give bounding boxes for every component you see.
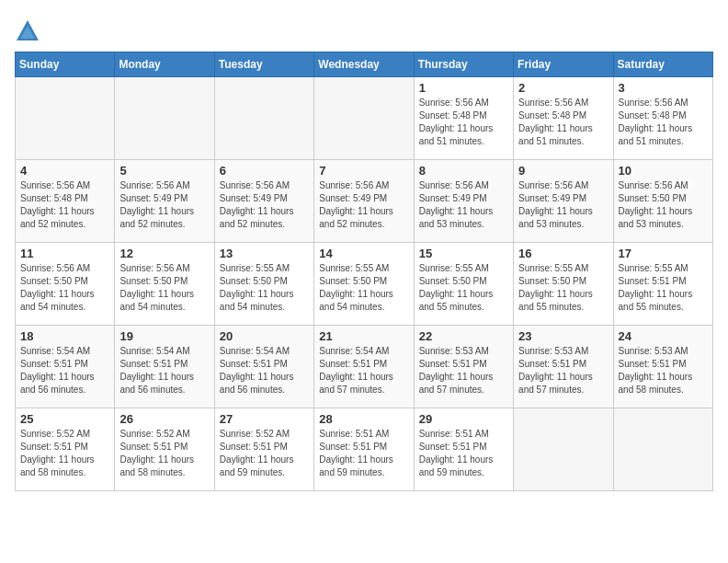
- day-info: Sunrise: 5:54 AM Sunset: 5:51 PM Dayligh…: [220, 345, 309, 396]
- logo: [15, 18, 44, 44]
- header-friday: Friday: [514, 52, 613, 77]
- calendar-cell: 24Sunrise: 5:53 AM Sunset: 5:51 PM Dayli…: [613, 326, 712, 408]
- calendar-cell: 11Sunrise: 5:56 AM Sunset: 5:50 PM Dayli…: [16, 243, 115, 326]
- day-info: Sunrise: 5:56 AM Sunset: 5:50 PM Dayligh…: [619, 179, 708, 231]
- day-info: Sunrise: 5:55 AM Sunset: 5:50 PM Dayligh…: [319, 262, 408, 314]
- calendar-cell: [314, 77, 414, 160]
- day-number: 1: [419, 81, 508, 95]
- day-number: 4: [20, 164, 109, 178]
- day-number: 15: [419, 247, 508, 260]
- logo-icon: [15, 18, 40, 44]
- day-info: Sunrise: 5:56 AM Sunset: 5:48 PM Dayligh…: [419, 97, 508, 148]
- page-header: [15, 15, 713, 44]
- calendar-table: SundayMondayTuesdayWednesdayThursdayFrid…: [15, 52, 713, 491]
- calendar-cell: 26Sunrise: 5:52 AM Sunset: 5:51 PM Dayli…: [115, 408, 214, 491]
- day-number: 7: [319, 164, 408, 178]
- day-number: 12: [119, 247, 209, 260]
- day-number: 28: [319, 412, 408, 426]
- day-info: Sunrise: 5:56 AM Sunset: 5:48 PM Dayligh…: [20, 179, 109, 231]
- calendar-week-row: 1Sunrise: 5:56 AM Sunset: 5:48 PM Daylig…: [16, 77, 713, 160]
- calendar-cell: 18Sunrise: 5:54 AM Sunset: 5:51 PM Dayli…: [16, 326, 115, 408]
- day-info: Sunrise: 5:56 AM Sunset: 5:49 PM Dayligh…: [419, 179, 508, 231]
- day-info: Sunrise: 5:54 AM Sunset: 5:51 PM Dayligh…: [119, 345, 209, 396]
- day-info: Sunrise: 5:53 AM Sunset: 5:51 PM Dayligh…: [419, 345, 508, 396]
- calendar-cell: [16, 77, 115, 160]
- day-info: Sunrise: 5:56 AM Sunset: 5:48 PM Dayligh…: [619, 97, 708, 148]
- day-number: 13: [220, 247, 309, 260]
- day-info: Sunrise: 5:54 AM Sunset: 5:51 PM Dayligh…: [319, 345, 408, 396]
- header-saturday: Saturday: [613, 52, 712, 77]
- day-number: 11: [20, 247, 109, 260]
- day-number: 23: [518, 329, 608, 343]
- day-number: 10: [619, 164, 708, 178]
- calendar-cell: 1Sunrise: 5:56 AM Sunset: 5:48 PM Daylig…: [414, 77, 513, 160]
- calendar-cell: 9Sunrise: 5:56 AM Sunset: 5:49 PM Daylig…: [514, 160, 613, 243]
- day-info: Sunrise: 5:56 AM Sunset: 5:49 PM Dayligh…: [518, 179, 608, 231]
- header-sunday: Sunday: [16, 52, 115, 77]
- day-number: 9: [518, 164, 608, 178]
- calendar-week-row: 18Sunrise: 5:54 AM Sunset: 5:51 PM Dayli…: [16, 326, 713, 408]
- calendar-header-row: SundayMondayTuesdayWednesdayThursdayFrid…: [16, 52, 713, 77]
- day-info: Sunrise: 5:56 AM Sunset: 5:50 PM Dayligh…: [20, 262, 109, 314]
- calendar-cell: 2Sunrise: 5:56 AM Sunset: 5:48 PM Daylig…: [514, 77, 613, 160]
- day-number: 17: [619, 247, 708, 260]
- day-number: 6: [220, 164, 309, 178]
- day-number: 14: [319, 247, 408, 260]
- calendar-cell: 16Sunrise: 5:55 AM Sunset: 5:50 PM Dayli…: [514, 243, 613, 326]
- calendar-cell: 8Sunrise: 5:56 AM Sunset: 5:49 PM Daylig…: [414, 160, 513, 243]
- day-number: 16: [518, 247, 608, 260]
- day-info: Sunrise: 5:51 AM Sunset: 5:51 PM Dayligh…: [419, 428, 508, 479]
- day-number: 2: [518, 81, 608, 95]
- calendar-cell: 14Sunrise: 5:55 AM Sunset: 5:50 PM Dayli…: [314, 243, 414, 326]
- day-info: Sunrise: 5:56 AM Sunset: 5:49 PM Dayligh…: [119, 179, 209, 231]
- calendar-cell: [214, 77, 313, 160]
- day-number: 27: [220, 412, 309, 426]
- day-info: Sunrise: 5:52 AM Sunset: 5:51 PM Dayligh…: [119, 428, 209, 479]
- calendar-cell: 10Sunrise: 5:56 AM Sunset: 5:50 PM Dayli…: [613, 160, 712, 243]
- calendar-cell: 17Sunrise: 5:55 AM Sunset: 5:51 PM Dayli…: [613, 243, 712, 326]
- calendar-cell: 21Sunrise: 5:54 AM Sunset: 5:51 PM Dayli…: [314, 326, 414, 408]
- day-info: Sunrise: 5:55 AM Sunset: 5:50 PM Dayligh…: [518, 262, 608, 314]
- day-info: Sunrise: 5:52 AM Sunset: 5:51 PM Dayligh…: [20, 428, 109, 479]
- calendar-cell: 13Sunrise: 5:55 AM Sunset: 5:50 PM Dayli…: [214, 243, 313, 326]
- day-info: Sunrise: 5:56 AM Sunset: 5:50 PM Dayligh…: [119, 262, 209, 314]
- calendar-cell: [514, 408, 613, 491]
- calendar-cell: 15Sunrise: 5:55 AM Sunset: 5:50 PM Dayli…: [414, 243, 513, 326]
- calendar-cell: 20Sunrise: 5:54 AM Sunset: 5:51 PM Dayli…: [214, 326, 313, 408]
- calendar-week-row: 11Sunrise: 5:56 AM Sunset: 5:50 PM Dayli…: [16, 243, 713, 326]
- calendar-week-row: 4Sunrise: 5:56 AM Sunset: 5:48 PM Daylig…: [16, 160, 713, 243]
- day-info: Sunrise: 5:56 AM Sunset: 5:49 PM Dayligh…: [319, 179, 408, 231]
- calendar-cell: 27Sunrise: 5:52 AM Sunset: 5:51 PM Dayli…: [214, 408, 313, 491]
- day-info: Sunrise: 5:55 AM Sunset: 5:50 PM Dayligh…: [419, 262, 508, 314]
- calendar-cell: 5Sunrise: 5:56 AM Sunset: 5:49 PM Daylig…: [115, 160, 214, 243]
- header-wednesday: Wednesday: [314, 52, 414, 77]
- calendar-cell: 3Sunrise: 5:56 AM Sunset: 5:48 PM Daylig…: [613, 77, 712, 160]
- day-info: Sunrise: 5:53 AM Sunset: 5:51 PM Dayligh…: [619, 345, 708, 396]
- day-number: 5: [119, 164, 209, 178]
- calendar-cell: 12Sunrise: 5:56 AM Sunset: 5:50 PM Dayli…: [115, 243, 214, 326]
- calendar-cell: 22Sunrise: 5:53 AM Sunset: 5:51 PM Dayli…: [414, 326, 513, 408]
- header-thursday: Thursday: [414, 52, 513, 77]
- day-number: 3: [619, 81, 708, 95]
- day-info: Sunrise: 5:55 AM Sunset: 5:50 PM Dayligh…: [220, 262, 309, 314]
- day-info: Sunrise: 5:56 AM Sunset: 5:48 PM Dayligh…: [518, 97, 608, 148]
- calendar-cell: 6Sunrise: 5:56 AM Sunset: 5:49 PM Daylig…: [214, 160, 313, 243]
- day-number: 25: [20, 412, 109, 426]
- header-monday: Monday: [115, 52, 214, 77]
- calendar-week-row: 25Sunrise: 5:52 AM Sunset: 5:51 PM Dayli…: [16, 408, 713, 491]
- calendar-cell: 25Sunrise: 5:52 AM Sunset: 5:51 PM Dayli…: [16, 408, 115, 491]
- calendar-cell: 19Sunrise: 5:54 AM Sunset: 5:51 PM Dayli…: [115, 326, 214, 408]
- day-info: Sunrise: 5:56 AM Sunset: 5:49 PM Dayligh…: [220, 179, 309, 231]
- calendar-cell: [613, 408, 712, 491]
- day-number: 18: [20, 329, 109, 343]
- calendar-cell: 4Sunrise: 5:56 AM Sunset: 5:48 PM Daylig…: [16, 160, 115, 243]
- day-info: Sunrise: 5:52 AM Sunset: 5:51 PM Dayligh…: [220, 428, 309, 479]
- day-number: 21: [319, 329, 408, 343]
- day-number: 24: [619, 329, 708, 343]
- calendar-cell: [115, 77, 214, 160]
- day-number: 29: [419, 412, 508, 426]
- day-number: 19: [119, 329, 209, 343]
- day-info: Sunrise: 5:51 AM Sunset: 5:51 PM Dayligh…: [319, 428, 408, 479]
- day-number: 22: [419, 329, 508, 343]
- calendar-cell: 23Sunrise: 5:53 AM Sunset: 5:51 PM Dayli…: [514, 326, 613, 408]
